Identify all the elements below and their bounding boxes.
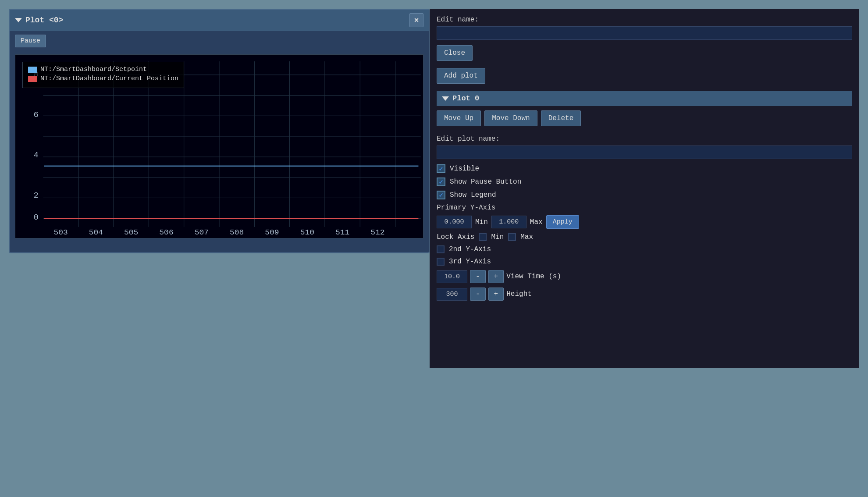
view-time-value: 10.0	[437, 270, 467, 283]
second-y-axis-label: 2nd Y-Axis	[449, 245, 491, 253]
move-down-button[interactable]: Move Down	[484, 110, 537, 126]
svg-text:2: 2	[33, 192, 38, 200]
plot-title-bar: Plot <0> ×	[10, 10, 429, 31]
lock-axis-label: Lock Axis	[437, 233, 474, 241]
plot-title: Plot <0>	[25, 16, 63, 25]
height-label: Height	[506, 290, 532, 298]
svg-text:509: 509	[265, 228, 279, 236]
y-min-input[interactable]	[437, 216, 472, 228]
height-minus-button[interactable]: -	[470, 288, 486, 301]
show-pause-row: ✓ Show Pause Button	[437, 178, 852, 186]
second-y-axis-checkbox[interactable]	[437, 245, 445, 253]
show-legend-label: Show Legend	[450, 191, 496, 199]
plot-area: 8 6 4 2 0 503 504 505 506 507 508 509 51…	[15, 54, 423, 238]
legend-label-setpoint: NT:/SmartDashboard/Setpoint	[40, 66, 147, 73]
view-time-plus-button[interactable]: +	[488, 270, 504, 283]
max-label: Max	[530, 218, 543, 226]
min-label: Min	[475, 218, 488, 226]
plot-title-left: Plot <0>	[15, 16, 63, 25]
svg-text:6: 6	[33, 111, 38, 120]
lock-max-label: Max	[520, 233, 533, 241]
visible-checkmark: ✓	[439, 164, 443, 173]
visible-label: Visible	[450, 165, 479, 173]
visible-row: ✓ Visible	[437, 164, 852, 173]
svg-text:0: 0	[33, 213, 38, 222]
edit-plot-name-input[interactable]	[437, 146, 852, 159]
plot0-section-header: Plot 0	[437, 91, 852, 106]
collapse-icon	[15, 18, 22, 22]
plot-window-bottom	[10, 242, 429, 252]
visible-checkbox[interactable]: ✓	[437, 164, 445, 173]
height-row: 300 - + Height	[437, 288, 852, 301]
lock-min-checkbox[interactable]	[479, 233, 487, 241]
plot0-collapse-icon	[442, 96, 449, 101]
edit-panel: Edit name: Close Add plot Plot 0 Move Up…	[430, 9, 859, 368]
show-pause-checkbox[interactable]: ✓	[437, 178, 445, 186]
show-legend-row: ✓ Show Legend	[437, 191, 852, 199]
height-value: 300	[437, 288, 467, 301]
view-time-row: 10.0 - + View Time (s)	[437, 270, 852, 283]
svg-text:512: 512	[370, 228, 384, 236]
lock-max-checkbox[interactable]	[508, 233, 516, 241]
plot-close-button[interactable]: ×	[409, 13, 423, 27]
svg-text:507: 507	[195, 228, 209, 236]
legend-item-current: NT:/SmartDashboard/Current Position	[28, 75, 178, 82]
delete-button[interactable]: Delete	[541, 110, 581, 126]
y-max-input[interactable]	[491, 216, 526, 228]
pause-button[interactable]: Pause	[15, 35, 46, 47]
svg-text:505: 505	[124, 228, 138, 236]
third-y-axis-label: 3rd Y-Axis	[449, 258, 491, 266]
show-legend-checkbox[interactable]: ✓	[437, 191, 445, 199]
legend-label-current: NT:/SmartDashboard/Current Position	[40, 75, 178, 82]
edit-name-input[interactable]	[437, 26, 852, 40]
primary-y-axis-label: Primary Y-Axis	[437, 204, 852, 212]
legend-color-current	[28, 76, 37, 82]
edit-name-label: Edit name:	[437, 16, 852, 24]
lock-axis-row: Lock Axis Min Max	[437, 233, 852, 241]
show-legend-checkmark: ✓	[439, 191, 443, 199]
height-plus-button[interactable]: +	[488, 288, 504, 301]
show-pause-checkmark: ✓	[439, 178, 443, 186]
svg-text:503: 503	[53, 228, 68, 236]
show-pause-label: Show Pause Button	[450, 178, 521, 186]
svg-text:506: 506	[159, 228, 173, 236]
third-y-axis-row: 3rd Y-Axis	[437, 258, 852, 266]
lock-min-label: Min	[491, 233, 504, 241]
svg-text:508: 508	[230, 228, 244, 236]
plot0-action-row: Move Up Move Down Delete	[437, 110, 852, 130]
svg-text:510: 510	[300, 228, 314, 236]
move-up-button[interactable]: Move Up	[437, 110, 481, 126]
plot-window: Plot <0> × Pause	[9, 9, 430, 253]
third-y-axis-checkbox[interactable]	[437, 258, 445, 266]
apply-button[interactable]: Apply	[546, 215, 579, 229]
svg-text:504: 504	[89, 228, 103, 236]
svg-text:511: 511	[335, 228, 349, 236]
close-button[interactable]: Close	[437, 45, 473, 61]
second-y-axis-row: 2nd Y-Axis	[437, 245, 852, 253]
plot-toolbar: Pause	[10, 31, 429, 51]
plot-legend: NT:/SmartDashboard/Setpoint NT:/SmartDas…	[22, 62, 184, 88]
legend-item-setpoint: NT:/SmartDashboard/Setpoint	[28, 66, 178, 73]
edit-plot-name-label: Edit plot name:	[437, 135, 852, 143]
svg-text:4: 4	[33, 151, 38, 160]
view-time-minus-button[interactable]: -	[470, 270, 486, 283]
view-time-label: View Time (s)	[506, 273, 561, 280]
plot0-section-label: Plot 0	[452, 94, 479, 103]
legend-color-setpoint	[28, 67, 37, 73]
primary-y-axis-row: Min Max Apply	[437, 215, 852, 229]
add-plot-button[interactable]: Add plot	[437, 68, 485, 84]
